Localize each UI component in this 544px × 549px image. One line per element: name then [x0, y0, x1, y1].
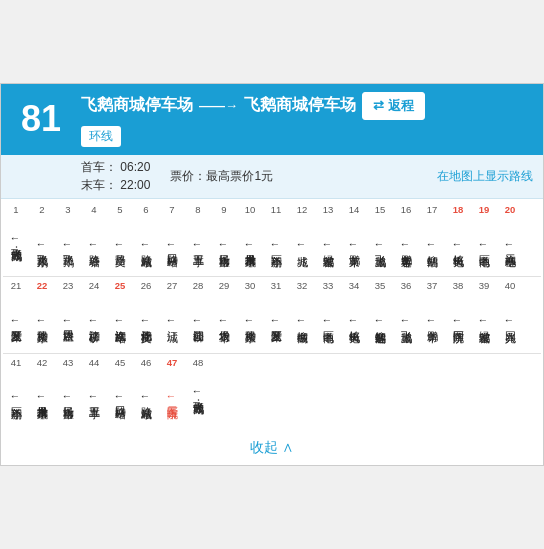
list-item[interactable]: 38↓同济医院: [445, 279, 471, 350]
list-item[interactable]: 5↓文昌路: [107, 203, 133, 274]
stop-name: ↓柳江公园: [192, 292, 204, 350]
stop-number: 44: [89, 357, 100, 368]
stop-name: ↓飞鹅路东: [36, 215, 48, 273]
stop-name: ↓农堡路口: [62, 292, 74, 350]
list-item[interactable]: 15↓飞鹅上城: [367, 203, 393, 274]
ticket-info: 票价：最高票价1元: [170, 168, 417, 185]
stop-number: 22: [37, 280, 48, 291]
stop-name: ↓市二三医院: [166, 368, 178, 426]
list-item[interactable]: 27↓江城: [159, 279, 185, 350]
list-item[interactable]: 7↓柳站路口: [159, 203, 185, 274]
list-item[interactable]: 13↓宏城绿都: [315, 203, 341, 274]
stop-number: 39: [479, 280, 490, 291]
stop-number: 17: [427, 204, 438, 215]
list-item[interactable]: 42↓果蔬批发市场: [29, 356, 55, 427]
stop-name: ↓民鑫市场: [62, 368, 74, 426]
stop-number: 13: [323, 204, 334, 215]
stop-name: ↓宏城绿都: [478, 292, 490, 350]
list-item[interactable]: 29↓农堡市场: [211, 279, 237, 350]
list-item[interactable]: 36↓飞鹅上城: [393, 279, 419, 350]
stop-name: ↓兆兴园: [504, 292, 516, 350]
list-item[interactable]: 35↓柳鹄客运站: [367, 279, 393, 350]
stop-number: 48: [193, 357, 204, 368]
list-item[interactable]: 1↓飞鹅商城停：: [3, 203, 29, 274]
stop-number: 31: [271, 280, 282, 291]
stop-number: 24: [89, 280, 100, 291]
list-item[interactable]: 26↓柳江文化广场: [133, 279, 159, 350]
stop-number: 10: [245, 204, 256, 215]
list-item[interactable]: 8↓五里亭: [185, 203, 211, 274]
list-item[interactable]: 25↓柳江汽车站: [107, 279, 133, 350]
info-bar: 首车： 06:20 末车： 22:00 票价：最高票价1元 在地图上显示路线: [1, 155, 543, 199]
stop-name: ↓大铭机电: [452, 215, 464, 273]
list-item[interactable]: 48↓飞鹅商城停：: [185, 356, 211, 427]
list-item[interactable]: 32↓柳城高中: [289, 279, 315, 350]
stop-number: 37: [427, 280, 438, 291]
stop-name: ↓同济医院: [452, 292, 464, 350]
footer-collapse[interactable]: 收起 ∧: [1, 431, 543, 465]
list-item[interactable]: 47↓市二三医院: [159, 356, 185, 427]
list-item[interactable]: 28↓柳江公园: [185, 279, 211, 350]
to-station: 飞鹅商城停车场: [244, 95, 356, 116]
from-station: 飞鹅商城停车场: [81, 95, 193, 116]
stop-number: 38: [453, 280, 464, 291]
header: 81 飞鹅商城停车场 ——→ 飞鹅商城停车场 ⇄ 返程 环线: [1, 84, 543, 155]
list-item[interactable]: 12↓兆城: [289, 203, 315, 274]
list-item[interactable]: 44↓五里亭: [81, 356, 107, 427]
stop-number: 21: [11, 280, 22, 291]
list-item[interactable]: 33↓地区高中: [315, 279, 341, 350]
stop-name: ↓柳江汽车站: [114, 292, 126, 350]
map-link[interactable]: 在地图上显示路线: [437, 168, 533, 185]
list-item[interactable]: 45↓柳站路口: [107, 356, 133, 427]
stop-name: ↓飞鹅商城停：: [192, 368, 204, 426]
stop-name: ↓柳鹄站: [426, 215, 438, 273]
stops-row-3: 41↓新翔小区42↓果蔬批发市场43↓民鑫市场44↓五里亭45↓柳站路口46↓城…: [3, 356, 541, 427]
list-item[interactable]: 21↓第三开发区: [3, 279, 29, 350]
stop-number: 36: [401, 280, 412, 291]
list-item[interactable]: 41↓新翔小区: [3, 356, 29, 427]
list-item[interactable]: 11↓新翔小区: [263, 203, 289, 274]
list-item[interactable]: 6↓城站路东: [133, 203, 159, 274]
list-item[interactable]: 34↓大铭机电: [341, 279, 367, 350]
stop-name: ↓谷塘路: [88, 215, 100, 273]
list-item[interactable]: 3↓飞鹅路: [55, 203, 81, 274]
list-item[interactable]: 24↓柳江矿路: [81, 279, 107, 350]
stops-section: 1↓飞鹅商城停：2↓飞鹅路东3↓飞鹅路4↓谷塘路5↓文昌路6↓城站路东7↓柳站路…: [1, 199, 543, 431]
list-item[interactable]: 9↓民鑫市场: [211, 203, 237, 274]
list-item[interactable]: 20↓柳汽二基地: [497, 203, 523, 274]
stop-name: ↓华鹏市: [426, 292, 438, 350]
stop-name: ↓五里亭: [88, 368, 100, 426]
stop-name: ↓第三开发区: [270, 292, 282, 350]
stop-name: ↓城站路东: [140, 368, 152, 426]
stop-number: 5: [117, 204, 122, 215]
list-item[interactable]: 46↓城站路东: [133, 356, 159, 427]
list-item[interactable]: 43↓民鑫市场: [55, 356, 81, 427]
list-item[interactable]: 2↓飞鹅路东: [29, 203, 55, 274]
stop-number: 18: [453, 204, 464, 215]
list-item[interactable]: 31↓第三开发区: [263, 279, 289, 350]
stop-name: ↓华鹏客运市: [400, 215, 412, 273]
list-item[interactable]: 39↓宏城绿都: [471, 279, 497, 350]
stop-number: 19: [479, 204, 490, 215]
list-item[interactable]: 16↓华鹏客运市: [393, 203, 419, 274]
stop-number: 33: [323, 280, 334, 291]
stop-name: ↓文昌路: [114, 215, 126, 273]
list-item[interactable]: 17↓柳鹄站: [419, 203, 445, 274]
stop-name: ↓飞鹅路: [62, 215, 74, 273]
list-item[interactable]: 10↓果蔬批发市场: [237, 203, 263, 274]
list-item[interactable]: 19↓地区高中: [471, 203, 497, 274]
list-item[interactable]: 40↓兆兴园: [497, 279, 523, 350]
stop-name: ↓地区高中: [478, 215, 490, 273]
stop-name: ↓江城: [166, 292, 178, 350]
list-item[interactable]: 14↓鹏莱市: [341, 203, 367, 274]
list-item[interactable]: 23↓农堡路口: [55, 279, 81, 350]
list-item[interactable]: 18↓大铭机电: [445, 203, 471, 274]
stop-number: 32: [297, 280, 308, 291]
list-item[interactable]: 22↓柳堡路东: [29, 279, 55, 350]
list-item[interactable]: 4↓谷塘路: [81, 203, 107, 274]
list-item[interactable]: 37↓华鹏市: [419, 279, 445, 350]
return-button[interactable]: ⇄ 返程: [362, 92, 425, 120]
stop-number: 30: [245, 280, 256, 291]
stop-number: 7: [169, 204, 174, 215]
list-item[interactable]: 30↓柳堡路东: [237, 279, 263, 350]
